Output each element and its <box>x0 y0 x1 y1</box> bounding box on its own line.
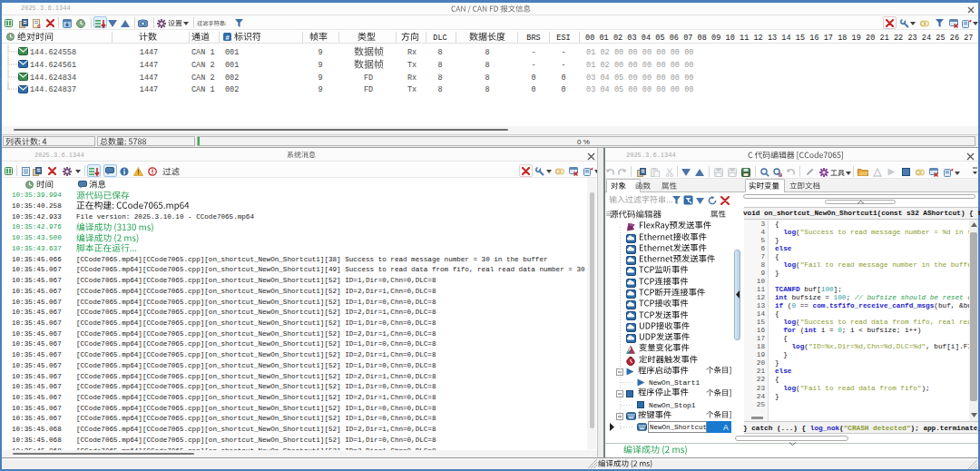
svg-text:c: c <box>37 23 41 29</box>
